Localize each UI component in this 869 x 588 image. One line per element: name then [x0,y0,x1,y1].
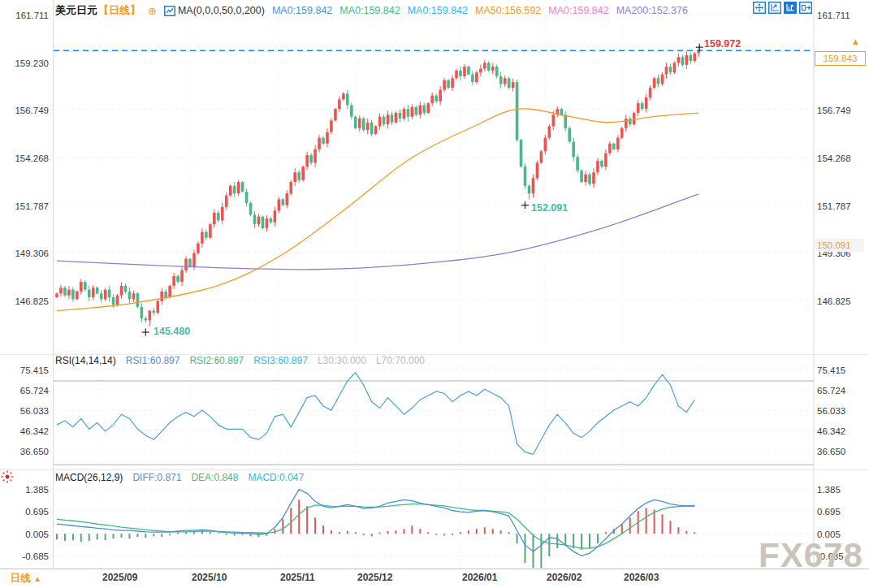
axis-label: 161.711 [817,10,850,21]
axis-label: 1.385 [817,484,841,495]
macd-dea-value: DEA:0.848 [191,472,238,483]
ma-value-6: MA200:152.376 [616,5,688,16]
current-price-badge: 159.843 [815,51,866,66]
axis-label: 65.724 [0,385,49,396]
chevron-up-icon: ▲ [33,574,41,583]
time-axis-bar: 日线 ▲ 2025/09 2025/10 2025/11 2025/12 202… [0,569,869,588]
ma-overlay-icon [164,6,175,16]
rsi-header: RSI(14,14,14) RSI1:60.897 RSI2:60.897 RS… [55,355,425,366]
low-annotation: 145.480 [153,326,190,337]
rsi3-value: RSI3:60.897 [253,355,308,366]
axis-label: 0.005 [0,529,49,540]
period-selector[interactable]: 日线 ▲ [0,572,52,586]
axis-label: 0.695 [0,506,49,517]
axis-label: 36.650 [817,446,845,457]
axis-label: 146.825 [817,296,851,307]
rsi-l30-label: L30:30.000 [318,355,366,366]
axis-label: 36.650 [0,446,49,457]
chart-toolbar [753,2,812,14]
ma-settings-label: MA(0,0,0,50,0,200) [178,5,265,16]
ma-value-1: MA0:159.842 [272,5,332,16]
macd-diff-value: DIFF:0.871 [132,472,181,483]
macd-header: MACD(26,12,9) DIFF:0.871 DEA:0.848 MACD:… [55,472,304,483]
low-annotation: 152.091 [531,202,568,214]
rsi1-value: RSI1:60.897 [126,355,180,366]
date-label: 2026/02 [547,572,581,583]
axis-label: 65.724 [817,385,845,396]
date-label: 2025/12 [357,572,392,583]
axis-label: 56.033 [817,405,845,417]
export-icon[interactable] [799,2,812,14]
axis-label: 149.306 [0,248,49,259]
axis-label: 161.711 [0,10,49,21]
axis-label: 56.033 [0,405,49,417]
period-label: 【日线】 [98,3,141,18]
ma-value-3: MA0:159.842 [408,5,468,16]
axis-label: 156.749 [817,105,851,116]
date-label: 2025/10 [192,572,227,583]
axis-label: -0.685 [0,551,49,562]
ma-value-5: MA0:159.842 [548,5,608,16]
trading-chart-window: 美元日元【日线】 ⊕ MA(0,0,0,50,0,200) MA0:159.84… [0,0,869,588]
axis-label: 75.415 [0,365,49,376]
macd-title: MACD(26,12,9) [55,472,123,483]
date-label: 2025/09 [102,572,137,583]
add-indicator-icon[interactable]: ⊕ [148,6,157,16]
level-price-badge: 150.091 [815,239,864,252]
axis-label: 159.230 [0,58,49,69]
x-axis-scale-icon[interactable] [784,2,797,14]
axis-label: 46.342 [817,426,845,437]
axis-label: 154.268 [0,153,49,164]
rsi-title: RSI(14,14,14) [55,355,116,366]
axis-label: 146.825 [0,296,49,307]
date-label: 2026/01 [462,572,497,583]
axis-label: 156.749 [0,105,49,116]
axis-label: 46.342 [0,426,49,437]
ma-value-4: MA50:156.592 [475,5,541,16]
axis-label: 151.787 [0,201,49,212]
axis-label: 151.787 [817,201,851,212]
axis-label: 154.268 [817,153,851,164]
ma-value-2: MA0:159.842 [339,5,400,16]
symbol-title: 美元日元 [55,3,97,18]
rsi-l70-label: L70:70.000 [376,355,425,366]
scroll-to-latest-icon[interactable]: ▲ [851,37,860,46]
high-annotation: 159.972 [704,38,741,50]
axis-label: 75.415 [817,365,845,376]
chart-header: 美元日元【日线】 ⊕ MA(0,0,0,50,0,200) MA0:159.84… [55,3,688,18]
y-axis-scale-icon[interactable] [768,2,781,14]
rsi2-value: RSI2:60.897 [189,355,244,366]
alert-hotspot-icon[interactable] [1,470,14,486]
axis-label: 0.695 [817,506,841,517]
date-label: 2026/03 [624,572,659,583]
crosshair-icon[interactable] [753,2,766,14]
chart-canvas[interactable] [0,0,869,588]
macd-value: MACD:0.047 [248,472,304,483]
date-label: 2025/11 [280,572,315,583]
